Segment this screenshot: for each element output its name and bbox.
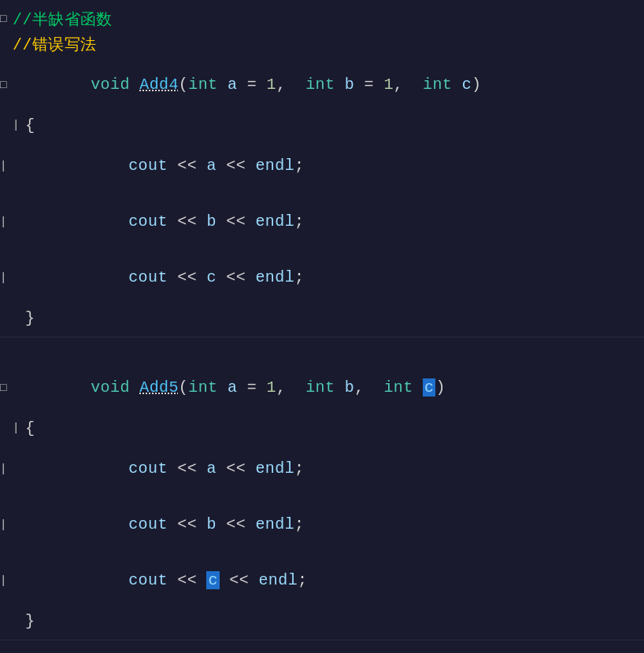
var-a5: a (206, 459, 216, 478)
gap-1 (0, 338, 644, 353)
val-1a5: 1 (267, 378, 276, 397)
fold-marker[interactable]: □ (0, 13, 13, 25)
space5 (217, 378, 227, 397)
endl-kw3: endl (255, 268, 294, 286)
paren-open: ( (179, 76, 188, 94)
op5c1: << (168, 571, 207, 589)
line-cout-b-4: | cout << b << endl; (0, 194, 644, 249)
fold-line-5d: | (0, 574, 13, 587)
endl-kw: endl (255, 157, 294, 175)
var-c5-highlighted: c (206, 571, 219, 589)
param-a: a (228, 76, 237, 94)
op4: << (217, 212, 256, 231)
type-int-c5: int (383, 378, 413, 397)
code-editor: □ //半缺省函数 //错误写法 □ void Add4(int a = 1, … (0, 0, 644, 653)
comma1: , (276, 76, 305, 94)
eq-1-5: = (237, 378, 266, 397)
fold-line-5a: | (13, 422, 25, 434)
comma1-5: , (276, 378, 305, 397)
cout-a-5: cout << a << endl; (50, 441, 304, 496)
cout-kw5c: cout (128, 571, 168, 589)
type-int-b5: int (305, 378, 335, 397)
line-cout-c-5: | cout << c << endl; (0, 552, 644, 608)
var-c: c (206, 268, 216, 286)
line-brace-open-5: | { (13, 415, 644, 441)
type-int-c: int (423, 76, 452, 94)
brace-open-5: { (25, 419, 35, 437)
semi3: ; (294, 268, 304, 286)
semi5a: ; (294, 459, 304, 478)
line-comment-wrong: //错误写法 (0, 31, 644, 57)
fold-line-5 (13, 312, 25, 324)
fold-line-4: | (0, 271, 13, 284)
op3: << (168, 212, 207, 231)
cout-kw2: cout (128, 212, 168, 231)
cout-b-5: cout << b << endl; (50, 497, 304, 552)
var-b5: b (206, 515, 216, 533)
op5a2: << (217, 459, 256, 478)
comma2: , (394, 76, 423, 94)
cout-kw: cout (128, 157, 168, 175)
var-b: b (206, 212, 216, 231)
type-int-b: int (305, 76, 335, 94)
endl5a: endl (255, 459, 294, 478)
cout-kw5a: cout (128, 459, 168, 478)
line-comment-half: □ //半缺省函数 (0, 6, 644, 31)
line-cout-c-4: | cout << c << endl; (0, 249, 644, 305)
space5c (413, 378, 423, 397)
function-add4: Add4 (139, 76, 179, 94)
var-a: a (206, 157, 216, 175)
type-int-a: int (188, 76, 217, 94)
param-a5: a (228, 378, 237, 397)
space5b (335, 378, 344, 397)
eq-2: = (354, 76, 383, 94)
semi1: ; (294, 157, 304, 175)
param-b5: b (345, 378, 354, 397)
op5: << (168, 268, 207, 286)
line-cout-a-5: | cout << a << endl; (0, 441, 644, 496)
op1: << (168, 157, 207, 175)
comma2-5: , (354, 378, 383, 397)
val-1a: 1 (267, 76, 276, 94)
line-add5-sig: □ void Add5(int a = 1, int b, int c) (0, 360, 644, 415)
paren-open-5: ( (179, 378, 188, 397)
line-brace-open-4: | { (13, 113, 644, 138)
semi2: ; (294, 212, 304, 231)
comment-wrong-text: //错误写法 (13, 34, 96, 55)
fold-marker-2 (0, 38, 13, 50)
line-brace-close-5: } (13, 608, 644, 633)
add5-signature: void Add5(int a = 1, int b, int c) (13, 360, 446, 415)
cout-c-5: cout << c << endl; (50, 553, 307, 607)
endl5b: endl (255, 515, 294, 533)
line-brace-close-4: } (13, 305, 644, 330)
endl-kw2: endl (255, 212, 294, 231)
semi5c: ; (298, 571, 307, 589)
fold-line-5b: | (0, 463, 13, 475)
fold-marker-add4[interactable]: □ (0, 79, 13, 91)
brace-close-4: } (25, 309, 35, 327)
type-int-a5: int (188, 378, 217, 397)
val-1b: 1 (383, 76, 393, 94)
line-add4-sig: □ void Add4(int a = 1, int b = 1, int c) (0, 57, 644, 113)
paren-close: ) (472, 76, 481, 94)
fold-line: | (13, 119, 25, 131)
param-c5-highlighted: c (423, 378, 435, 397)
cout-b-4: cout << b << endl; (50, 194, 304, 249)
section-add5: □ void Add5(int a = 1, int b, int c) | {… (0, 353, 644, 640)
op5a1: << (168, 459, 207, 478)
op2: << (217, 157, 256, 175)
fold-line-3: | (0, 216, 13, 228)
line-cout-b-5: | cout << b << endl; (0, 496, 644, 552)
param-b: b (345, 76, 354, 94)
fold-marker-add5[interactable]: □ (0, 382, 13, 394)
add4-signature: void Add4(int a = 1, int b = 1, int c) (13, 57, 481, 112)
section-add4: □ //半缺省函数 //错误写法 □ void Add4(int a = 1, … (0, 0, 644, 338)
cout-c-4: cout << c << endl; (50, 250, 304, 304)
cout-a-4: cout << a << endl; (50, 138, 304, 193)
op5c2: << (220, 571, 259, 589)
op5b1: << (168, 515, 207, 533)
op6: << (217, 268, 256, 286)
brace-close-5: } (25, 612, 35, 630)
keyword-void-5: void (91, 378, 139, 397)
fold-line-5c: | (0, 518, 13, 531)
